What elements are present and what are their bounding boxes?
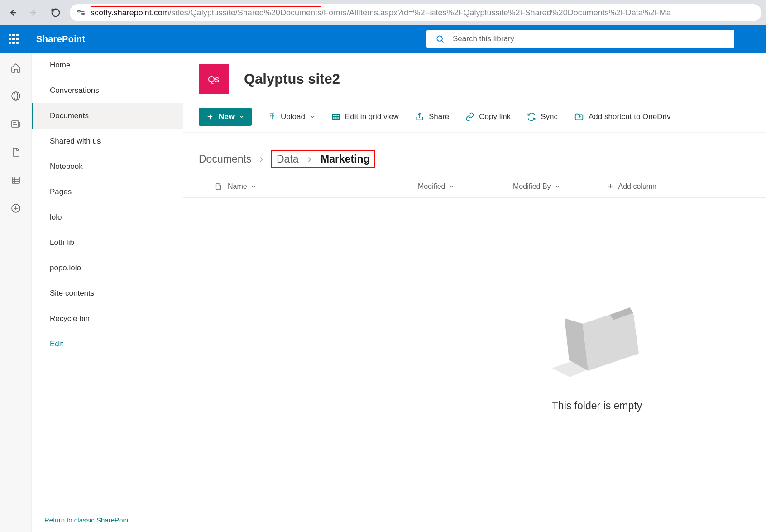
url-host: scotfy.sharepoint.com (91, 8, 169, 17)
browser-chrome: scotfy.sharepoint.com/sites/Qalyptussite… (0, 0, 766, 25)
nav-popo-lolo[interactable]: popo.lolo (32, 255, 183, 281)
cmd-label: Share (429, 112, 449, 121)
rail-my-sites[interactable] (10, 90, 22, 102)
nav-home[interactable]: Home (32, 53, 183, 78)
file-icon (214, 182, 222, 191)
upload-icon (268, 113, 276, 121)
empty-state: This folder is empty (306, 184, 766, 518)
breadcrumb-data[interactable]: Data (277, 153, 299, 165)
url-path-highlight: /sites/Qalyptussite/Shared%20Documents (169, 8, 321, 17)
nav-site-contents[interactable]: Site contents (32, 281, 183, 306)
globe-icon (10, 91, 21, 101)
nav-conversations[interactable]: Conversations (32, 78, 183, 103)
cmd-edit-grid[interactable]: Edit in grid view (331, 112, 399, 121)
cmd-share[interactable]: Share (415, 112, 449, 121)
nav-recycle-bin[interactable]: Recycle bin (32, 306, 183, 331)
nav-lotfi-lib[interactable]: Lotfi lib (32, 230, 183, 255)
chevron-down-icon (310, 114, 315, 120)
site-title[interactable]: Qalyptus site2 (244, 71, 340, 87)
cmd-label: New (219, 112, 235, 121)
nav-shared-with-us[interactable]: Shared with us (32, 129, 183, 154)
col-file-type[interactable] (199, 182, 228, 191)
breadcrumb-root[interactable]: Documents (199, 153, 251, 165)
app-launcher[interactable] (0, 25, 27, 53)
forward-button[interactable] (26, 5, 42, 20)
site-logo[interactable]: Qs (199, 64, 229, 94)
cmd-label: Copy link (479, 112, 511, 121)
cmd-label: Upload (281, 112, 305, 121)
nav-item-label: Edit (50, 340, 63, 348)
breadcrumb-sep: › (259, 153, 263, 165)
rail-files[interactable] (10, 146, 22, 158)
nav-pages[interactable]: Pages (32, 179, 183, 205)
rail-home[interactable] (10, 62, 22, 74)
nav-lolo[interactable]: lolo (32, 205, 183, 230)
svg-rect-16 (12, 177, 19, 183)
rail-lists[interactable] (10, 174, 22, 187)
nav-item-label: Site contents (50, 289, 94, 297)
back-button[interactable] (5, 5, 20, 20)
cmd-sync[interactable]: Sync (527, 112, 558, 121)
list-icon (10, 175, 21, 186)
url-bar[interactable]: scotfy.sharepoint.com/sites/Qalyptussite… (70, 4, 761, 21)
svg-rect-3 (82, 14, 85, 15)
link-icon (465, 112, 474, 121)
cmd-add-shortcut[interactable]: Add shortcut to OneDriv (574, 112, 670, 122)
plus-icon (206, 113, 214, 121)
share-icon (415, 112, 424, 121)
empty-message: This folder is empty (552, 400, 642, 412)
nav-item-label: Documents (50, 111, 89, 120)
search-placeholder: Search this library (453, 34, 514, 43)
main-region: Qs Qalyptus site2 New Upload Edit in gri… (183, 53, 766, 532)
nav-item-label: lolo (50, 213, 62, 221)
nav-notebook[interactable]: Notebook (32, 154, 183, 179)
chevron-down-icon (239, 114, 244, 120)
folder-shortcut-icon (574, 112, 584, 122)
brand-label[interactable]: SharePoint (36, 34, 86, 44)
nav-item-label: popo.lolo (50, 264, 81, 272)
svg-rect-2 (78, 11, 81, 12)
chevron-down-icon (251, 184, 256, 189)
command-bar: New Upload Edit in grid view Share Copy … (183, 101, 766, 133)
nav-item-label: Notebook (50, 162, 83, 171)
nav-documents[interactable]: Documents (32, 103, 183, 129)
svg-line-7 (442, 41, 444, 43)
nav-item-label: Lotfi lib (50, 238, 74, 247)
nav-edit[interactable]: Edit (32, 331, 183, 357)
site-settings-icon[interactable] (76, 8, 86, 18)
site-header: Qs Qalyptus site2 (183, 53, 766, 101)
cmd-label: Add shortcut to OneDriv (589, 112, 670, 121)
reload-button[interactable] (48, 5, 63, 20)
plus-circle-icon (10, 203, 21, 214)
grid-icon (331, 112, 340, 121)
search-icon (436, 34, 445, 43)
site-nav: Home Conversations Documents Shared with… (32, 53, 183, 532)
sync-icon (527, 112, 536, 121)
nav-item-label: Pages (50, 187, 72, 196)
file-icon (10, 147, 21, 158)
nav-item-label: Recycle bin (50, 314, 90, 323)
nav-item-label: Shared with us (50, 137, 101, 145)
svg-rect-11 (12, 121, 19, 127)
suite-header: SharePoint Search this library (0, 25, 766, 53)
app-rail (0, 53, 32, 532)
rail-news[interactable] (10, 118, 22, 130)
svg-point-6 (437, 36, 442, 41)
breadcrumb-sep: › (308, 153, 311, 165)
nav-item-label: Conversations (50, 86, 99, 95)
cmd-label: Edit in grid view (345, 112, 399, 121)
cmd-label: Sync (541, 112, 558, 121)
url-path-tail: /Forms/AllItems.aspx?id=%2Fsites%2FQalyp… (321, 8, 671, 18)
rail-create[interactable] (10, 202, 22, 215)
cmd-copy-link[interactable]: Copy link (465, 112, 511, 121)
breadcrumb: Documents › Data › Marketing (183, 133, 766, 176)
home-icon (10, 62, 21, 73)
waffle-icon (9, 34, 19, 44)
nav-item-label: Home (50, 61, 70, 69)
breadcrumb-current: Marketing (321, 153, 370, 165)
return-to-classic[interactable]: Return to classic SharePoint (32, 508, 183, 532)
cmd-new[interactable]: New (199, 108, 252, 126)
cmd-upload[interactable]: Upload (268, 112, 315, 121)
news-icon (10, 119, 21, 129)
search-box[interactable]: Search this library (426, 30, 734, 48)
